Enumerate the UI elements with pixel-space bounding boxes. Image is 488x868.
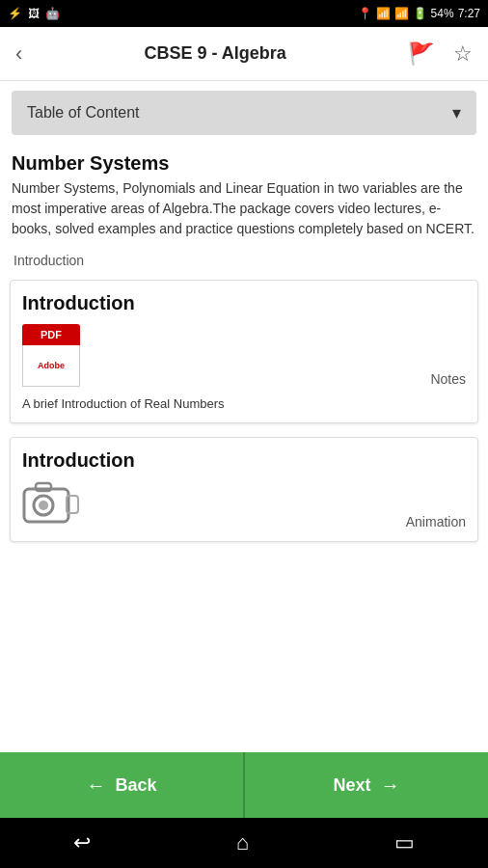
- app-bar-title: CBSE 9 - Algebra: [30, 43, 400, 64]
- next-label: Next: [333, 775, 370, 796]
- card-introduction-notes[interactable]: Introduction PDF Adobe Notes A brief Int…: [10, 280, 478, 423]
- sub-section-label: Introduction: [0, 249, 488, 276]
- image-icon: 🖼: [28, 7, 40, 20]
- card-content-1: PDF Adobe Notes: [22, 324, 466, 387]
- next-button-bottom[interactable]: Next →: [243, 752, 488, 818]
- back-button-bottom[interactable]: ← Back: [0, 752, 243, 818]
- camera-icon: [22, 481, 80, 529]
- wifi-icon: 📶: [376, 7, 391, 20]
- section-title: Number Systems: [0, 145, 488, 178]
- android-icon: 🤖: [45, 7, 60, 20]
- pdf-icon: PDF Adobe: [22, 324, 80, 387]
- nav-home-icon[interactable]: ⌂: [236, 830, 249, 855]
- card-description-1: A brief Introduction of Real Numbers: [22, 396, 466, 411]
- toc-arrow-icon: ▾: [452, 102, 461, 123]
- battery-percent: 54%: [431, 7, 454, 20]
- nav-recents-icon[interactable]: ▭: [394, 830, 415, 855]
- svg-rect-3: [36, 483, 51, 491]
- section-description: Number Systems, Polynomials and Linear E…: [0, 178, 488, 249]
- toc-label: Table of Content: [27, 104, 140, 122]
- status-right-group: 📍 📶 📶 🔋 54% 7:27: [358, 7, 480, 20]
- next-arrow-icon: →: [381, 774, 400, 797]
- nav-back-icon[interactable]: ↩: [73, 830, 91, 855]
- status-icons: ⚡ 🖼 🤖: [8, 7, 60, 20]
- card-content-2: Animation: [22, 481, 466, 529]
- back-arrow-icon: ←: [86, 774, 105, 797]
- pdf-label: PDF: [41, 329, 62, 340]
- location-icon: 📍: [358, 7, 372, 20]
- usb-icon: ⚡: [8, 7, 22, 20]
- adobe-label: Adobe: [38, 361, 65, 370]
- back-button[interactable]: ‹: [8, 34, 30, 74]
- card-type-animation: Animation: [406, 514, 466, 529]
- pdf-red-bar: PDF: [22, 324, 80, 345]
- card-type-notes: Notes: [430, 371, 466, 387]
- card-introduction-animation[interactable]: Introduction Animation: [10, 437, 478, 542]
- card-title-2: Introduction: [22, 449, 466, 472]
- battery-icon: 🔋: [413, 7, 427, 20]
- card-title-1: Introduction: [22, 292, 466, 314]
- bookmark-icon[interactable]: ☆: [446, 34, 480, 74]
- signal-icon: 📶: [394, 7, 409, 20]
- app-bar-actions: 🚩 ☆: [400, 34, 480, 74]
- status-bar: ⚡ 🖼 🤖 📍 📶 📶 🔋 54% 7:27: [0, 0, 488, 27]
- toc-dropdown[interactable]: Table of Content ▾: [12, 91, 476, 135]
- main-content: Table of Content ▾ Number Systems Number…: [0, 81, 488, 752]
- svg-point-2: [39, 501, 48, 510]
- clock: 7:27: [458, 7, 480, 20]
- android-nav-bar: ↩ ⌂ ▭: [0, 818, 488, 868]
- flag-icon[interactable]: 🚩: [400, 34, 442, 74]
- app-bar: ‹ CBSE 9 - Algebra 🚩 ☆: [0, 27, 488, 81]
- back-label: Back: [115, 775, 156, 796]
- bottom-buttons: ← Back Next →: [0, 752, 488, 818]
- pdf-body: Adobe: [22, 345, 80, 387]
